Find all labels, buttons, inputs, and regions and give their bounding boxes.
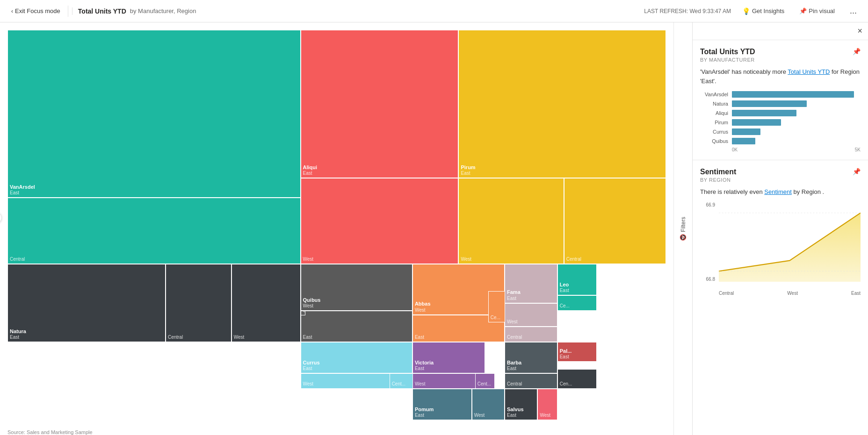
treemap-cell-salvus-west[interactable]: West bbox=[537, 389, 557, 420]
lc-yval-bottom: 66.8 bbox=[706, 277, 715, 282]
treemap-cell-natura-west[interactable]: West bbox=[231, 264, 301, 342]
bar-track bbox=[732, 110, 861, 116]
pin-icon: 📌 bbox=[799, 7, 807, 14]
treemap-cell-aliqui-west[interactable]: West bbox=[301, 178, 459, 264]
bar-label: Pirum bbox=[700, 120, 728, 125]
pin-visual-button[interactable]: 📌 Pin visual bbox=[796, 6, 839, 16]
treemap-cell-sublabel: East bbox=[10, 335, 163, 340]
treemap-cell-natura-central[interactable]: Central bbox=[166, 264, 231, 342]
exit-focus-label: Exit Focus mode bbox=[15, 7, 60, 14]
treemap-cell-label: Pal... bbox=[560, 348, 594, 354]
treemap-cell-pirum-east[interactable]: PirumEast bbox=[458, 30, 666, 178]
bar-row: Currus bbox=[700, 128, 861, 135]
insight-card-units: 📌 Total Units YTD BY MANUFACTURER 'VanAr… bbox=[693, 40, 868, 160]
treemap-cell-currus-east[interactable]: CurrusEast bbox=[301, 342, 412, 373]
bar-fill bbox=[732, 128, 760, 135]
treemap-cell-sublabel: West bbox=[303, 257, 456, 262]
bar-chart: VanArsdelNaturaAliquiPirumCurrusQuibus bbox=[700, 91, 861, 144]
treemap-cell-barba-east[interactable]: BarbaEast bbox=[505, 342, 557, 373]
treemap-cell-pomum-west[interactable]: West bbox=[472, 389, 505, 420]
sentiment-card: 📌 Sentiment BY REGION There is relativel… bbox=[693, 160, 868, 435]
treemap-cell-fama-east[interactable]: FamaEast bbox=[505, 264, 557, 303]
treemap-cell-fama-west[interactable]: West bbox=[505, 303, 557, 327]
get-insights-button[interactable]: 💡 Get Insights bbox=[738, 6, 788, 17]
treemap-cell-victoria-west[interactable]: West bbox=[412, 373, 485, 389]
treemap-cell-leo-east[interactable]: LeoEast bbox=[557, 264, 597, 295]
treemap-cell-pomum-east[interactable]: PomumEast bbox=[412, 389, 472, 420]
treemap-cell-sublabel: Ce... bbox=[560, 303, 594, 308]
treemap-cell-sublabel: West bbox=[540, 413, 555, 418]
bar-row: Quibus bbox=[700, 138, 861, 144]
main-container: VanArsdelEastCentralWestAliquiEastWestPi… bbox=[0, 22, 868, 435]
treemap-cell-pirum-central[interactable]: Central bbox=[564, 178, 666, 264]
bar-axis-end: 5K bbox=[855, 147, 861, 152]
treemap-cell-pal-east[interactable]: Pal...East bbox=[557, 342, 597, 362]
treemap-cell-sublabel: West bbox=[507, 319, 555, 324]
line-chart: 66.9 66.8 bbox=[700, 202, 861, 296]
treemap-cell-salvus-east[interactable]: SalvusEast bbox=[505, 389, 537, 420]
treemap-cell-leo-ce[interactable]: Ce... bbox=[557, 295, 597, 311]
treemap-cell-salvus-cen[interactable]: Cen... bbox=[557, 369, 597, 389]
bar-label: Aliqui bbox=[700, 110, 728, 116]
treemap-cell-pirum-west[interactable]: West bbox=[458, 178, 564, 264]
lightbulb-icon: 💡 bbox=[742, 7, 750, 15]
bar-label: Currus bbox=[700, 129, 728, 135]
treemap-cell-victoria-central[interactable]: Cent... bbox=[475, 373, 495, 389]
treemap-cell-barba-central[interactable]: Central bbox=[505, 373, 557, 389]
filter-sidebar[interactable]: 🔇 Filters bbox=[673, 22, 692, 435]
treemap-cell-fama-central[interactable]: Central bbox=[505, 327, 557, 342]
pin-icon-card2[interactable]: 📌 bbox=[853, 168, 861, 175]
bar-axis-start: 0K bbox=[732, 147, 738, 152]
bar-row: VanArsdel bbox=[700, 91, 861, 98]
sentiment-link[interactable]: Sentiment bbox=[764, 188, 792, 195]
treemap-cell-sublabel: Central bbox=[507, 335, 555, 340]
bar-track bbox=[732, 128, 861, 135]
sentiment-text: There is relatively even Sentiment by Re… bbox=[700, 187, 861, 197]
treemap-cell-vanarsdel-central[interactable]: Central bbox=[7, 198, 301, 264]
pin-icon-card1[interactable]: 📌 bbox=[853, 48, 861, 55]
bar-track bbox=[732, 100, 861, 107]
treemap-cell-label: Leo bbox=[560, 282, 594, 288]
treemap-cell-sublabel: Central bbox=[168, 335, 229, 340]
treemap-cell-quibus-east[interactable]: East bbox=[301, 311, 412, 342]
treemap-cell-sublabel: Cent... bbox=[477, 381, 492, 386]
topbar-left: ‹ Exit Focus mode Total Units YTD by Man… bbox=[7, 6, 638, 17]
get-insights-label: Get Insights bbox=[752, 7, 784, 14]
treemap-cell-quibus-central[interactable]: Central bbox=[301, 311, 305, 315]
treemap-cell-label: Natura bbox=[10, 328, 163, 335]
panel-close-button[interactable]: × bbox=[857, 26, 862, 36]
treemap-cell-quibus-west[interactable]: QuibusWest bbox=[301, 264, 412, 311]
bar-fill bbox=[732, 110, 796, 116]
filters-text: Filters bbox=[680, 217, 687, 232]
treemap-cell-sublabel: East bbox=[507, 296, 555, 301]
treemap[interactable]: VanArsdelEastCentralWestAliquiEastWestPi… bbox=[7, 30, 666, 420]
filters-label[interactable]: 🔇 Filters bbox=[680, 217, 687, 241]
treemap-cell-label: Quibus bbox=[303, 297, 410, 303]
insight-card2-subtitle: BY REGION bbox=[700, 177, 861, 183]
treemap-cell-victoria-east[interactable]: VictoriaEast bbox=[412, 342, 485, 373]
treemap-cell-label: Victoria bbox=[415, 360, 483, 366]
treemap-cell-aliqui-east[interactable]: AliquiEast bbox=[301, 30, 459, 178]
bar-axis: 0K 5K bbox=[700, 147, 861, 152]
bar-fill bbox=[732, 119, 781, 126]
bar-label: Natura bbox=[700, 101, 728, 107]
lc-x-central: Central bbox=[719, 291, 734, 296]
treemap-cell-sublabel: East bbox=[415, 413, 470, 418]
last-refresh-label: LAST REFRESH: Wed 9:33:47 AM bbox=[644, 8, 731, 14]
treemap-cell-vanarsdel-east[interactable]: VanArsdelEast bbox=[7, 30, 301, 198]
treemap-cell-label: Pirum bbox=[461, 164, 664, 171]
more-options-button[interactable]: ... bbox=[846, 4, 861, 18]
treemap-cell-label: Salvus bbox=[507, 406, 535, 413]
lc-xaxis: Central West East bbox=[719, 285, 861, 296]
insight-card1-link[interactable]: Total Units YTD bbox=[788, 68, 830, 75]
insight-card1-text: 'VanArsdel' has noticeably more Total Un… bbox=[700, 67, 861, 86]
chart-title: Total Units YTD bbox=[72, 7, 126, 15]
bar-label: VanArsdel bbox=[700, 92, 728, 97]
treemap-cell-sublabel: East bbox=[303, 171, 456, 176]
treemap-cell-natura-east[interactable]: NaturaEast bbox=[7, 264, 166, 342]
treemap-cell-sublabel: West bbox=[303, 303, 410, 308]
topbar: ‹ Exit Focus mode Total Units YTD by Man… bbox=[0, 0, 868, 22]
chart-area: VanArsdelEastCentralWestAliquiEastWestPi… bbox=[0, 22, 692, 435]
treemap-cell-label: Fama bbox=[507, 289, 555, 295]
exit-focus-button[interactable]: ‹ Exit Focus mode bbox=[7, 6, 64, 16]
